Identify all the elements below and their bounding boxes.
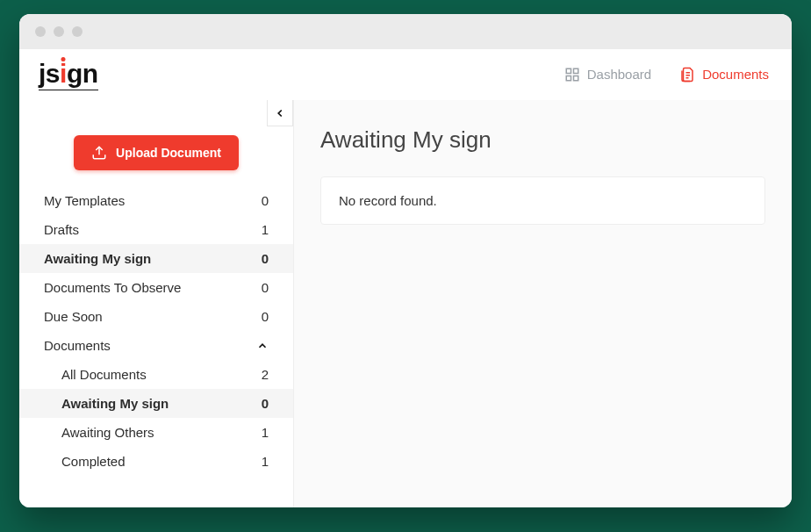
nav-dashboard[interactable]: Dashboard xyxy=(564,67,651,83)
sidebar-item-count: 0 xyxy=(256,251,269,266)
sidebar-item-label: Awaiting My sign xyxy=(44,251,151,266)
window-control-maximize[interactable] xyxy=(72,26,83,37)
empty-state-card: No record found. xyxy=(320,176,765,225)
documents-icon xyxy=(679,67,695,83)
nav-documents[interactable]: Documents xyxy=(679,67,769,83)
sidebar-item-drafts[interactable]: Drafts 1 xyxy=(19,215,293,244)
main-content: Awaiting My sign No record found. xyxy=(293,100,792,507)
sidebar-item-label: Due Soon xyxy=(44,309,103,324)
svg-rect-0 xyxy=(566,68,571,73)
app-window: jsign Dashboard Documents xyxy=(19,14,792,507)
upload-document-label: Upload Document xyxy=(116,146,221,160)
chevron-left-icon xyxy=(274,107,286,119)
nav-documents-label: Documents xyxy=(702,67,769,82)
sidebar-item-awaiting-my-sign[interactable]: Awaiting My sign 0 xyxy=(19,244,293,273)
svg-rect-3 xyxy=(573,75,578,80)
logo-text-accent: i xyxy=(60,59,67,89)
upload-document-button[interactable]: Upload Document xyxy=(74,135,239,170)
page-title: Awaiting My sign xyxy=(320,126,765,154)
sidebar-item-label: All Documents xyxy=(61,367,147,382)
sidebar-item-my-templates[interactable]: My Templates 0 xyxy=(19,186,293,215)
empty-state-message: No record found. xyxy=(339,193,437,208)
sidebar-item-documents-to-observe[interactable]: Documents To Observe 0 xyxy=(19,273,293,302)
sidebar-subitem-completed[interactable]: Completed 1 xyxy=(19,447,293,476)
sidebar-item-label: Drafts xyxy=(44,222,79,237)
logo[interactable]: jsign xyxy=(39,59,98,90)
sidebar-collapse-button[interactable] xyxy=(267,100,293,126)
sidebar-item-count: 1 xyxy=(256,454,269,469)
sidebar-item-label: Awaiting Others xyxy=(61,425,154,440)
sidebar-item-count: 0 xyxy=(256,309,269,324)
sidebar-item-label: Completed xyxy=(61,454,126,469)
app-body: Upload Document My Templates 0 Drafts 1 … xyxy=(19,100,792,507)
svg-rect-2 xyxy=(566,75,571,80)
window-control-close[interactable] xyxy=(35,26,46,37)
sidebar-item-label: Awaiting My sign xyxy=(61,396,169,411)
sidebar-item-count: 1 xyxy=(256,222,269,237)
sidebar-subitem-awaiting-my-sign[interactable]: Awaiting My sign 0 xyxy=(19,389,293,418)
logo-text-pre: js xyxy=(39,59,60,89)
logo-text-post: gn xyxy=(67,59,98,89)
svg-rect-1 xyxy=(573,68,578,73)
app-header: jsign Dashboard Documents xyxy=(19,49,792,100)
sidebar-item-count: 1 xyxy=(256,425,269,440)
sidebar-item-count: 0 xyxy=(256,280,269,295)
sidebar-item-label: Documents xyxy=(44,338,111,353)
sidebar-subitem-awaiting-others[interactable]: Awaiting Others 1 xyxy=(19,418,293,447)
sidebar-item-label: My Templates xyxy=(44,193,125,208)
window-control-minimize[interactable] xyxy=(54,26,64,37)
sidebar-submenu-documents: All Documents 2 Awaiting My sign 0 Await… xyxy=(19,360,293,476)
sidebar-item-count: 0 xyxy=(256,396,269,411)
sidebar-menu: My Templates 0 Drafts 1 Awaiting My sign… xyxy=(19,186,293,476)
sidebar-subitem-all-documents[interactable]: All Documents 2 xyxy=(19,360,293,389)
sidebar-item-count: 2 xyxy=(256,367,269,382)
sidebar-item-label: Documents To Observe xyxy=(44,280,181,295)
upload-icon xyxy=(91,145,107,161)
sidebar-item-documents-parent[interactable]: Documents xyxy=(19,331,293,360)
sidebar: Upload Document My Templates 0 Drafts 1 … xyxy=(19,100,293,507)
sidebar-item-count: 0 xyxy=(256,193,269,208)
window-titlebar xyxy=(19,14,792,49)
sidebar-item-due-soon[interactable]: Due Soon 0 xyxy=(19,302,293,331)
chevron-up-icon xyxy=(256,340,269,352)
nav-dashboard-label: Dashboard xyxy=(587,67,651,82)
grid-icon xyxy=(564,67,580,83)
